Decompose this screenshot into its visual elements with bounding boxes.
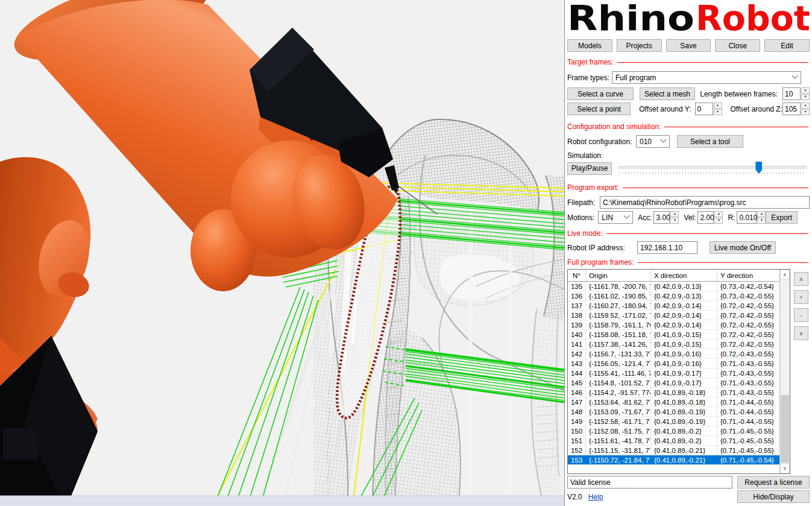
simulation-label: Simulation:	[567, 151, 603, 160]
live-mode-toggle-button[interactable]: Live mode On/Off	[710, 241, 776, 254]
table-row[interactable]: 135{-1161.78, -200.76, 7...{0.42,0.9,-0.…	[568, 282, 779, 291]
table-row[interactable]: 142{-1156.7, -131.33, 77...{0.41,0.9,-0.…	[568, 349, 779, 359]
chevron-down-icon	[624, 213, 630, 219]
frame-remove-button[interactable]: -	[794, 308, 808, 322]
table-row[interactable]: 138{-1159.52, -171.02, 7...{0.42,0.9,-0.…	[568, 311, 779, 320]
close-button[interactable]: Close	[715, 39, 760, 52]
column-header[interactable]: N°	[568, 270, 586, 281]
acc-label: Acc:	[638, 213, 652, 222]
viewport-3d[interactable]	[0, 0, 564, 506]
app-logo: Rhino Robot	[567, 0, 810, 37]
full-program-frames-heading: Full program frames:	[567, 258, 810, 267]
spin-up-icon[interactable]: ▲	[801, 103, 810, 109]
select-point-button[interactable]: Select a point	[567, 103, 631, 115]
table-row[interactable]: 150{-1152.08, -51.75, 77...{0.41,0.89,-0…	[568, 426, 779, 436]
save-button[interactable]: Save	[666, 39, 711, 52]
table-row[interactable]: 136{-1161.02, -190.85, 7...{0.42,0.9,-0.…	[568, 291, 779, 301]
chevron-down-icon	[792, 73, 798, 79]
select-mesh-button[interactable]: Select a mesh	[640, 87, 695, 100]
spin-down-icon[interactable]: ▼	[670, 218, 679, 224]
models-button[interactable]: Models	[567, 39, 612, 52]
acc-spinner[interactable]: 3.00 ▲▼	[653, 211, 679, 224]
r-spinner[interactable]: 0.010 ▲▼	[737, 211, 766, 224]
spin-up-icon[interactable]: ▲	[757, 211, 766, 217]
robot-configuration-label: Robot configuration:	[567, 138, 636, 146]
spin-up-icon[interactable]: ▲	[801, 87, 810, 93]
play-pause-button[interactable]: Play/Pause	[567, 162, 612, 175]
program-export-heading: Program export:	[567, 183, 810, 192]
scroll-up-icon[interactable]: ∧	[780, 270, 790, 280]
table-row[interactable]: 151{-1151.61, -41.78, 77...{0.41,0.89,-0…	[568, 436, 779, 446]
request-license-button[interactable]: Request a license	[737, 476, 810, 489]
vel-spinner[interactable]: 2.00 ▲▼	[697, 211, 723, 224]
robot-configuration-select[interactable]: 010	[636, 135, 670, 148]
configuration-heading: Configuration and simulation:	[567, 122, 810, 131]
table-row[interactable]: 149{-1152.58, -61.71, 77...{0.41,0.89,-0…	[568, 417, 779, 426]
column-header[interactable]: Origin	[586, 270, 651, 281]
table-row[interactable]: 140{-1158.08, -151.18, 7...{0.41,0.9,-0.…	[568, 330, 779, 340]
spin-up-icon[interactable]: ▲	[714, 211, 723, 217]
slider-ticks	[619, 172, 806, 174]
viewport-bottom-bar	[0, 496, 564, 506]
frame-types-label: Frame types:	[567, 74, 612, 82]
offset-y-label: Offset around Y:	[639, 105, 691, 113]
spin-up-icon[interactable]: ▲	[670, 211, 679, 217]
length-between-frames-spinner[interactable]: 10 ▲ ▼	[782, 87, 810, 100]
spin-down-icon[interactable]: ▼	[801, 109, 810, 115]
robot-ip-input[interactable]	[637, 241, 697, 254]
filepath-label: Filepath:	[567, 198, 596, 207]
table-row[interactable]: 137{-1160.27, -180.94, 7...{0.42,0.9,-0.…	[568, 301, 779, 311]
length-between-frames-label: Length between frames:	[700, 90, 778, 98]
projects-button[interactable]: Projects	[617, 39, 662, 52]
logo-text-robot: Robot	[696, 0, 810, 37]
table-row[interactable]: 145{-1154.8, -101.52, 77...{0.41,0.9,-0.…	[568, 378, 779, 388]
version-label: V2.0	[567, 493, 582, 501]
scroll-down-icon[interactable]: ∨	[780, 463, 790, 473]
filepath-input[interactable]	[600, 196, 810, 209]
frames-table-scrollbar[interactable]: ∧ ∨	[779, 270, 790, 473]
svg-text:Rhino Robot: Rhino Robot	[567, 0, 810, 37]
offset-y-spinner[interactable]: 0 ▲ ▼	[695, 103, 722, 115]
help-link[interactable]: Help	[588, 493, 603, 501]
frame-list-controls: ∧ + - ∨	[794, 269, 810, 474]
column-header[interactable]: Y direction	[717, 270, 779, 281]
simulation-slider[interactable]	[617, 160, 810, 176]
offset-z-label: Offset around Z:	[731, 105, 783, 113]
table-row[interactable]: 139{-1158.79, -161.1, 76...{0.42,0.9,-0.…	[568, 320, 779, 330]
motions-label: Motions:	[567, 213, 594, 222]
table-row[interactable]: 141{-1157.38, -141.26, 7...{0.41,0.9,-0.…	[568, 340, 779, 349]
table-row[interactable]: 144{-1155.41, -111.46, 7...{0.41,0.9,-0.…	[568, 368, 779, 378]
spin-down-icon[interactable]: ▼	[757, 218, 766, 224]
logo-text-rhino: Rhino	[567, 0, 694, 37]
target-frames-heading: Target frames:	[567, 58, 810, 66]
frame-types-select[interactable]: Full program	[612, 71, 801, 84]
select-tool-button[interactable]: Select a tool	[677, 135, 743, 148]
column-header[interactable]: X direction	[651, 270, 717, 281]
export-button[interactable]: Export	[766, 211, 798, 224]
spin-down-icon[interactable]: ▼	[714, 218, 723, 224]
spin-down-icon[interactable]: ▼	[714, 109, 722, 115]
table-row[interactable]: 153{-1150.72, -21.84, 77...{0.41,0.89,-0…	[568, 455, 779, 465]
edit-button[interactable]: Edit	[764, 39, 810, 52]
select-curve-button[interactable]: Select a curve	[567, 87, 634, 100]
table-row[interactable]: 148{-1153.09, -71.67, 77...{0.41,0.89,-0…	[568, 407, 779, 417]
simulation-slider-thumb[interactable]	[755, 162, 762, 174]
table-row[interactable]: 152{-1151.15, -31.81, 77...{0.41,0.89,-0…	[568, 446, 779, 455]
table-row[interactable]: 147{-1153.64, -81.62, 77...{0.41,0.89,-0…	[568, 397, 779, 407]
chevron-down-icon	[661, 137, 667, 143]
frame-add-button[interactable]: +	[794, 290, 808, 304]
frame-down-button[interactable]: ∨	[794, 326, 808, 340]
table-row[interactable]: 146{-1154.2, -91.57, 774...{0.41,0.89,-0…	[568, 388, 779, 397]
slider-track	[618, 166, 807, 169]
frames-table: N°OriginX directionY direction 135{-1161…	[567, 269, 790, 474]
scrollbar-thumb[interactable]	[781, 395, 789, 463]
robot-ip-label: Robot IP address:	[567, 244, 636, 252]
spin-up-icon[interactable]: ▲	[714, 103, 722, 109]
spin-down-icon[interactable]: ▼	[801, 94, 810, 100]
offset-z-spinner[interactable]: 105 ▲ ▼	[782, 103, 810, 115]
license-status-field[interactable]	[567, 476, 732, 489]
hide-display-button[interactable]: Hide/Display	[737, 490, 810, 503]
motions-select[interactable]: LIN	[598, 211, 633, 224]
frame-up-button[interactable]: ∧	[794, 272, 808, 286]
table-row[interactable]: 143{-1156.05, -121.4, 77...{0.41,0.9,-0.…	[568, 359, 779, 368]
